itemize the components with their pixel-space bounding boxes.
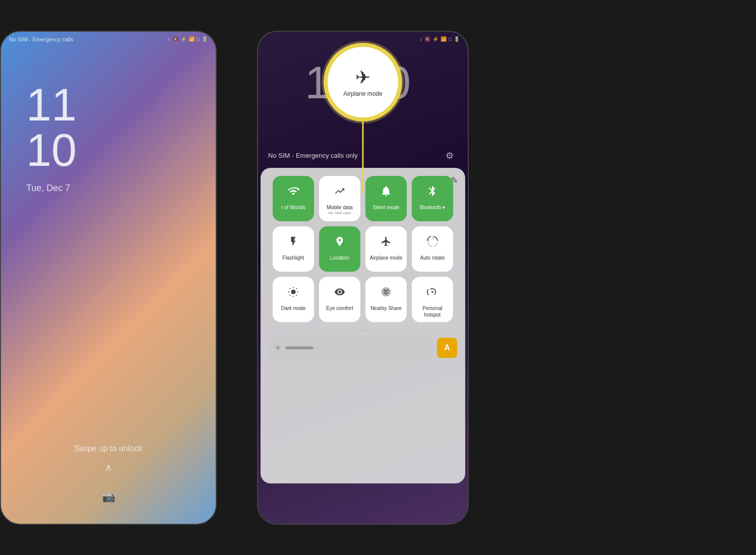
tile-airplane-mode[interactable]: Airplane mode [365, 226, 407, 272]
left-clock: 11 10 [26, 82, 77, 173]
airplane-icon: ✈ [355, 67, 370, 88]
wifi-tile-label: r of Worlds [281, 204, 305, 211]
brightness-control[interactable]: ☀ [269, 337, 433, 359]
tile-dark-mode[interactable]: Dark mode [273, 277, 314, 322]
nearby-share-icon [376, 282, 396, 302]
nearby-share-label: Nearby Share [370, 305, 402, 312]
brightness-fill [285, 346, 313, 349]
tile-location[interactable]: Location [319, 226, 360, 272]
left-sim-status: No SIM - Emergency calls [9, 36, 73, 42]
svg-point-0 [291, 289, 295, 294]
auto-rotate-label: Auto rotate [420, 255, 445, 261]
eye-comfort-label: Eye comfort [326, 305, 353, 312]
bottom-controls-row: ☀ A [269, 337, 457, 359]
tiles-row-2: Flashlight Location [269, 226, 457, 272]
tile-auto-rotate[interactable]: Auto rotate [412, 226, 453, 272]
tile-personal-hotspot[interactable]: Personal hotspot [412, 277, 453, 322]
left-status-bar: No SIM - Emergency calls ↕ 🔇 ⚡ 📶 □ 🔋 [1, 32, 216, 47]
swipe-arrow-icon: ∧ [1, 461, 216, 473]
keyboard-language-button[interactable]: A [437, 338, 457, 358]
left-time-hour: 11 [26, 82, 77, 128]
dark-mode-label: Dark mode [281, 305, 306, 312]
r-bt-icon: ⚡ [432, 36, 438, 42]
tile-nearby-share[interactable]: Nearby Share [365, 277, 407, 322]
signal-icon: ↕ [168, 36, 170, 42]
left-phone-screen: No SIM - Emergency calls ↕ 🔇 ⚡ 📶 □ 🔋 11 … [0, 31, 217, 525]
silent-mode-label: Silent mode [373, 204, 400, 211]
airplane-mode-tile-label: Airplane mode [370, 255, 402, 261]
mobile-data-label: Mobile data [327, 204, 353, 211]
sim-status-text: No SIM - Emergency calls only [268, 152, 358, 159]
personal-hotspot-label: Personal hotspot [414, 305, 451, 318]
flashlight-label: Flashlight [283, 255, 304, 261]
right-status-icons: ↕ 🔇 ⚡ 📶 □ 🔋 [420, 36, 460, 42]
dark-mode-icon [283, 282, 303, 302]
left-time-minute: 10 [26, 128, 77, 173]
bluetooth-tile-icon [422, 181, 443, 201]
brightness-sun-icon: ☀ [275, 344, 281, 352]
bluetooth-tile-label: Bluetooth ▾ [420, 204, 445, 211]
scroll-indicator: — [269, 327, 457, 333]
silent-mode-icon [376, 181, 396, 201]
camera-shortcut-icon[interactable]: 📷 [1, 490, 216, 504]
tile-mobile-data[interactable]: Mobile data No SIM card [319, 176, 360, 221]
left-date: Tue, Dec 7 [26, 183, 70, 194]
left-status-icons: ↕ 🔇 ⚡ 📶 □ 🔋 [168, 36, 208, 42]
tiles-row-3: Dark mode Eye comfort [269, 277, 457, 322]
wifi-icon: 📶 [188, 36, 195, 42]
tile-eye-comfort[interactable]: Eye comfort [319, 277, 360, 322]
r-wifi-icon: 📶 [440, 36, 447, 42]
wifi-tile-icon [283, 181, 303, 201]
tile-bluetooth[interactable]: Bluetooth ▾ [412, 176, 453, 221]
screen-icon: □ [197, 36, 200, 42]
right-status-bar: ↕ 🔇 ⚡ 📶 □ 🔋 [258, 32, 468, 47]
r-screen-icon: □ [449, 36, 452, 42]
highlight-connector-line [362, 117, 364, 193]
quick-settings-panel: ✎ r of Worlds [261, 168, 465, 483]
r-signal-icon: ↕ [420, 36, 422, 42]
mute-icon: 🔇 [172, 36, 178, 42]
settings-icon[interactable]: ⚙ [442, 148, 458, 164]
tile-flashlight[interactable]: Flashlight [273, 226, 314, 272]
r-mute-icon: 🔇 [424, 36, 430, 42]
location-label: Location [330, 255, 349, 261]
airplane-mode-label: Airplane mode [343, 90, 382, 97]
eye-comfort-icon [330, 282, 350, 302]
bt-icon: ⚡ [180, 36, 186, 42]
flashlight-icon [283, 231, 303, 252]
personal-hotspot-icon [422, 282, 443, 302]
auto-rotate-icon [422, 231, 443, 252]
edit-icon[interactable]: ✎ [451, 175, 458, 186]
tile-wifi[interactable]: r of Worlds [273, 176, 314, 221]
mobile-data-sublabel: No SIM card [329, 211, 351, 215]
r-battery-icon: 🔋 [454, 36, 460, 42]
swipe-to-unlock-text: Swipe up to unlock [1, 444, 216, 453]
right-phone-screen: ↕ 🔇 ⚡ 📶 □ 🔋 1 0 ✈ Airplane mode No SIM -… [257, 31, 469, 525]
airplane-tile-icon [376, 231, 396, 252]
battery-icon: 🔋 [202, 36, 208, 42]
location-icon [330, 231, 350, 252]
tile-silent-mode[interactable]: Silent mode [365, 176, 407, 221]
mobile-data-icon [330, 181, 350, 201]
airplane-mode-highlight[interactable]: ✈ Airplane mode [328, 47, 398, 117]
brightness-track[interactable] [285, 346, 427, 349]
